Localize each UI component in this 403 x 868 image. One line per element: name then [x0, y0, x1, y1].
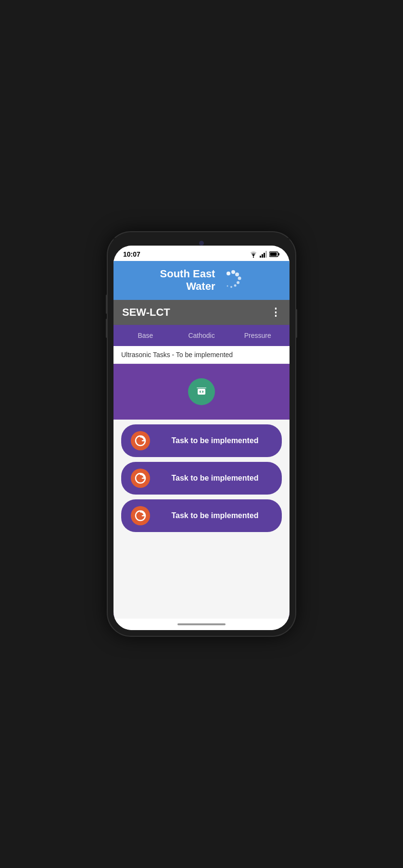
- logo-dots-icon: [219, 270, 243, 291]
- app-logo-text: South East Water: [160, 268, 215, 293]
- sensor-icon: [195, 385, 208, 398]
- svg-rect-1: [260, 256, 261, 258]
- svg-point-14: [230, 286, 232, 288]
- task-icon-2: [131, 469, 150, 488]
- status-icons: [249, 251, 280, 258]
- tab-bar: Base Cathodic Pressure: [113, 325, 290, 346]
- svg-point-15: [227, 285, 228, 287]
- task-button-2[interactable]: Task to be implemented: [121, 462, 282, 495]
- svg-point-11: [238, 277, 241, 280]
- app-header: South East Water: [113, 261, 290, 300]
- home-bar: [177, 623, 226, 625]
- home-indicator: [113, 619, 290, 630]
- task-icon-1: [131, 431, 150, 450]
- svg-rect-19: [197, 387, 206, 388]
- battery-icon: [269, 251, 280, 257]
- svg-rect-3: [264, 253, 265, 258]
- svg-rect-6: [278, 253, 280, 256]
- svg-rect-2: [262, 254, 263, 258]
- wifi-icon: [249, 251, 258, 258]
- signal-icon: [260, 251, 267, 258]
- phone-screen: 10:07: [113, 246, 290, 630]
- toolbar-title: SEW-LCT: [122, 306, 170, 319]
- task-label-2: Task to be implemented: [158, 474, 272, 483]
- svg-point-10: [235, 273, 239, 276]
- task-button-3[interactable]: Task to be implemented: [121, 499, 282, 532]
- phone-frame: 10:07: [108, 232, 295, 636]
- svg-point-12: [237, 281, 239, 284]
- power-button: [295, 309, 297, 338]
- volume-down-button: [106, 319, 108, 338]
- more-options-button[interactable]: ⋮: [270, 306, 281, 319]
- logo-container: South East Water: [160, 268, 243, 293]
- main-content: Task to be implemented Task to be implem…: [113, 364, 290, 619]
- task-icon-3: [131, 506, 150, 525]
- refresh-icon-2: [134, 472, 147, 484]
- svg-point-18: [201, 391, 202, 393]
- camera-dot: [199, 241, 204, 246]
- toolbar: SEW-LCT ⋮: [113, 300, 290, 325]
- svg-rect-7: [270, 253, 277, 256]
- icon-area: [113, 364, 290, 420]
- tab-base[interactable]: Base: [117, 326, 174, 345]
- svg-point-13: [234, 285, 237, 287]
- svg-point-8: [227, 272, 230, 275]
- camera-area: [113, 238, 290, 246]
- section-label: Ultrasonic Tasks - To be implemented: [113, 346, 290, 364]
- ultrasonic-icon: [188, 378, 215, 405]
- volume-up-button: [106, 295, 108, 314]
- task-button-1[interactable]: Task to be implemented: [121, 424, 282, 457]
- tasks-area: Task to be implemented Task to be implem…: [113, 420, 290, 619]
- refresh-icon-1: [134, 434, 147, 447]
- task-label-1: Task to be implemented: [158, 436, 272, 445]
- refresh-icon-3: [134, 509, 147, 522]
- svg-point-0: [253, 257, 254, 258]
- svg-point-9: [231, 270, 235, 274]
- svg-rect-4: [265, 251, 267, 258]
- task-label-3: Task to be implemented: [158, 511, 272, 520]
- tab-pressure[interactable]: Pressure: [229, 326, 286, 345]
- tab-cathodic[interactable]: Cathodic: [174, 326, 230, 345]
- status-bar: 10:07: [113, 246, 290, 261]
- status-time: 10:07: [123, 250, 140, 258]
